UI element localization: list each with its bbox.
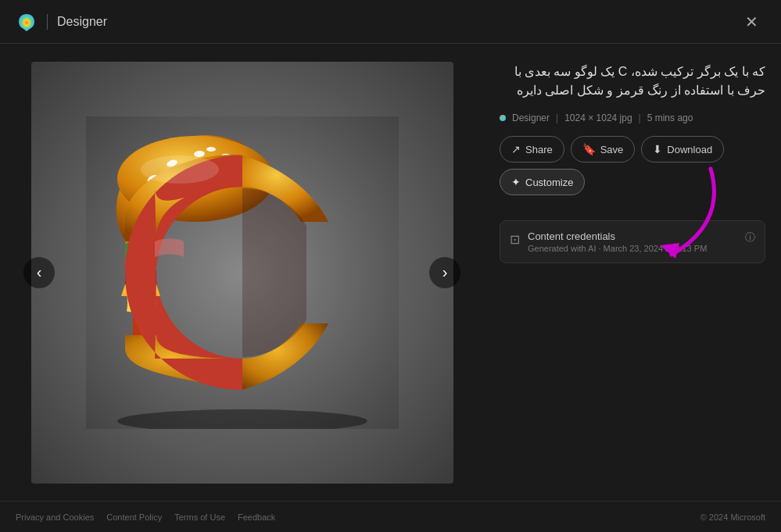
meta-time: 5 mins ago (647, 112, 693, 123)
footer-copyright: © 2024 Microsoft (700, 512, 765, 522)
copilot-logo (16, 11, 38, 33)
meta-color-dot (500, 115, 506, 121)
download-icon: ⬇ (653, 143, 662, 155)
header: Designer ✕ (0, 0, 781, 44)
footer-feedback-link[interactable]: Feedback (238, 512, 275, 522)
credentials-icon: ⊡ (510, 232, 520, 247)
close-button[interactable]: ✕ (737, 8, 765, 36)
generated-image (31, 62, 453, 484)
image-area: ‹ (0, 44, 484, 501)
header-left: Designer (16, 11, 107, 33)
image-title: که با یک برگر ترکیب شده، C یک لوگو سه بع… (500, 62, 765, 100)
prev-image-button[interactable]: ‹ (23, 257, 55, 288)
app-name: Designer (57, 15, 107, 29)
meta-source: Designer (512, 112, 550, 123)
save-button[interactable]: 🔖 Save (571, 136, 636, 162)
meta-resolution: 1024 × 1024 jpg (564, 112, 632, 123)
credentials-title: Content credentials (528, 230, 707, 242)
footer-content-policy-link[interactable]: Content Policy (106, 512, 162, 522)
next-image-button[interactable]: › (429, 257, 460, 288)
right-panel: که با یک برگر ترکیب شده، C یک لوگو سه بع… (484, 44, 781, 501)
footer: Privacy and Cookies Content Policy Terms… (0, 501, 781, 532)
footer-privacy-link[interactable]: Privacy and Cookies (16, 512, 94, 522)
footer-terms-link[interactable]: Terms of Use (174, 512, 225, 522)
content-credentials: ⊡ Content credentials Generated with AI … (500, 220, 765, 263)
credentials-help-icon[interactable]: ⓘ (745, 230, 755, 245)
image-container (31, 62, 453, 484)
footer-links: Privacy and Cookies Content Policy Terms… (16, 512, 275, 522)
image-meta: Designer | 1024 × 1024 jpg | 5 mins ago (500, 112, 765, 123)
left-arrow-icon: ‹ (37, 263, 42, 281)
share-icon: ↗ (511, 143, 521, 155)
svg-point-10 (206, 147, 216, 152)
download-button[interactable]: ⬇ Download (641, 136, 724, 162)
action-buttons: ↗ Share 🔖 Save ⬇ Download ✦ Customize (500, 136, 765, 195)
right-arrow-icon: › (442, 263, 448, 281)
customize-icon: ✦ (511, 176, 521, 188)
save-icon: 🔖 (582, 143, 596, 155)
svg-point-11 (141, 155, 219, 184)
main-content: ‹ (0, 44, 781, 501)
share-button[interactable]: ↗ Share (500, 136, 564, 162)
credentials-subtitle: Generated with AI · March 23, 2024 at 9:… (528, 244, 707, 253)
customize-button[interactable]: ✦ Customize (500, 169, 585, 195)
credentials-text: Content credentials Generated with AI · … (528, 230, 707, 253)
header-divider (47, 14, 48, 30)
